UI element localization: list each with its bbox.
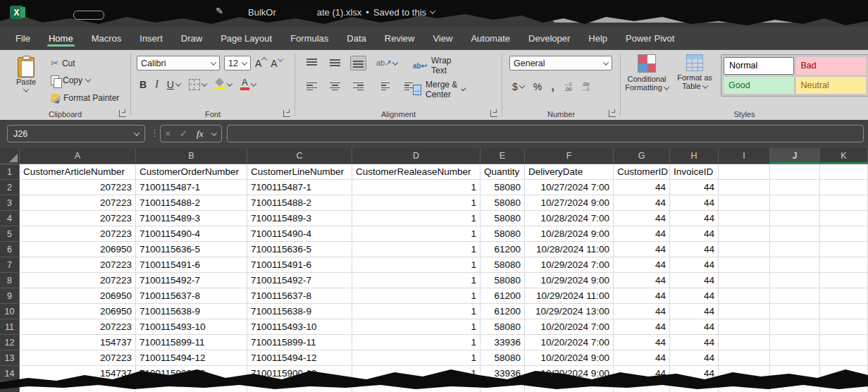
cell-A2[interactable]: 207223 — [20, 180, 136, 195]
cell-C12[interactable]: 7100115899-11 — [247, 335, 352, 350]
cell-J14[interactable] — [770, 366, 820, 381]
select-all-corner[interactable] — [0, 148, 20, 164]
column-header-A[interactable]: A — [20, 148, 136, 164]
cell-G2[interactable]: 44 — [614, 180, 670, 195]
cell-H5[interactable]: 44 — [670, 226, 719, 242]
cell-B11[interactable]: 7100115493-10 — [136, 319, 247, 335]
alignment-dialog-launcher-icon[interactable] — [490, 110, 497, 117]
cell-D3[interactable]: 1 — [352, 195, 480, 211]
cell-J7[interactable] — [770, 257, 820, 273]
cell-A7[interactable]: 207223 — [20, 257, 136, 273]
column-header-J[interactable]: J — [770, 148, 820, 164]
cell-B2[interactable]: 7100115487-1 — [136, 180, 247, 195]
column-header-E[interactable]: E — [480, 148, 525, 164]
cell-G12[interactable]: 44 — [614, 335, 670, 350]
cell-A[interactable] — [20, 381, 136, 392]
font-name-select[interactable]: Calibri — [137, 56, 220, 71]
cell-D14[interactable]: 1 — [352, 366, 480, 381]
cell-G[interactable] — [614, 381, 670, 392]
column-header-B[interactable]: B — [136, 148, 247, 164]
cell-H2[interactable]: 44 — [670, 180, 719, 195]
cell-H1[interactable]: InvoiceID — [670, 164, 719, 180]
cell-K8[interactable] — [820, 273, 868, 288]
cell-C7[interactable]: 7100115491-6 — [247, 257, 352, 273]
formula-input[interactable] — [227, 125, 864, 142]
cell-D2[interactable]: 1 — [352, 180, 480, 195]
cell-E3[interactable]: 58080 — [480, 195, 525, 211]
row-header-3[interactable]: 3 — [0, 195, 20, 211]
tab-formulas[interactable]: Formulas — [289, 28, 330, 49]
cell-J2[interactable] — [770, 180, 820, 195]
enter-icon[interactable]: ✓ — [180, 128, 187, 139]
cell-F12[interactable]: 10/20/2024 7:00 — [525, 335, 614, 350]
row-header-11[interactable]: 11 — [0, 319, 20, 335]
cell-C10[interactable]: 7100115638-9 — [247, 304, 352, 319]
cell-H7[interactable]: 44 — [670, 257, 719, 273]
top-align-button[interactable] — [304, 56, 320, 71]
cell-H[interactable] — [670, 381, 719, 392]
middle-align-button[interactable] — [327, 56, 343, 71]
cell-E9[interactable]: 61200 — [480, 288, 525, 304]
cell-I9[interactable] — [719, 288, 770, 304]
cell-J12[interactable] — [770, 335, 820, 350]
tab-review[interactable]: Review — [383, 28, 416, 49]
cell-B9[interactable]: 7100115637-8 — [136, 288, 247, 304]
cell-I14[interactable] — [719, 366, 770, 381]
cell-J10[interactable] — [770, 304, 820, 319]
cell-D13[interactable]: 1 — [352, 350, 480, 366]
font-size-select[interactable]: 12 — [224, 56, 251, 71]
row-header-5[interactable]: 5 — [0, 226, 20, 242]
bold-button[interactable]: B — [140, 79, 147, 90]
cell-G14[interactable]: 44 — [614, 366, 670, 381]
cell-D9[interactable]: 1 — [352, 288, 480, 304]
cell-K14[interactable] — [820, 366, 868, 381]
column-header-K[interactable]: K — [820, 148, 868, 164]
tab-developer[interactable]: Developer — [527, 28, 571, 49]
decrease-indent-button[interactable] — [376, 80, 392, 94]
cell-D7[interactable]: 1 — [352, 257, 480, 273]
cell-G8[interactable]: 44 — [614, 273, 670, 288]
style-bad[interactable]: Bad — [796, 57, 867, 75]
cell-G13[interactable]: 44 — [614, 350, 670, 366]
cell-C3[interactable]: 7100115488-2 — [247, 195, 352, 211]
cell-D8[interactable]: 1 — [352, 273, 480, 288]
cell-J4[interactable] — [770, 211, 820, 226]
cell-I1[interactable] — [719, 164, 770, 180]
cell-K10[interactable] — [820, 304, 868, 319]
conditional-formatting-button[interactable]: Conditional Formatting — [625, 54, 669, 92]
cell-I10[interactable] — [719, 304, 770, 319]
cell-E12[interactable]: 33936 — [480, 335, 525, 350]
cell-K11[interactable] — [820, 319, 868, 335]
row-header-2[interactable]: 2 — [0, 180, 20, 195]
cell-H8[interactable]: 44 — [670, 273, 719, 288]
merge-center-button[interactable]: ↔ Merge & Center — [413, 80, 465, 99]
cell-C2[interactable]: 7100115487-1 — [247, 180, 352, 195]
document-title[interactable]: BulkOr ate (1).xlsx • Saved to this — [248, 6, 435, 18]
cell-A9[interactable]: 206950 — [20, 288, 136, 304]
cell-C9[interactable]: 7100115637-8 — [247, 288, 352, 304]
format-as-table-button[interactable]: Format as Table — [673, 54, 717, 90]
row-header-13[interactable]: 13 — [0, 350, 20, 366]
cell-I5[interactable] — [719, 226, 770, 242]
tab-home[interactable]: Home — [47, 28, 75, 49]
name-box[interactable]: J26 — [7, 125, 145, 142]
grow-font-button[interactable]: A — [255, 58, 266, 69]
cell-I12[interactable] — [719, 335, 770, 350]
cell-K3[interactable] — [820, 195, 868, 211]
cell-F9[interactable]: 10/29/2024 11:00 — [525, 288, 614, 304]
cell-J3[interactable] — [770, 195, 820, 211]
percent-style-button[interactable]: % — [533, 81, 542, 92]
cell-F13[interactable]: 10/20/2024 9:00 — [525, 350, 614, 366]
tab-automate[interactable]: Automate — [469, 28, 512, 49]
decrease-decimal-button[interactable]: .00→0 — [581, 82, 590, 92]
cell-E4[interactable]: 58080 — [480, 211, 525, 226]
row-header-10[interactable]: 10 — [0, 304, 20, 319]
cell-C5[interactable]: 7100115490-4 — [247, 226, 352, 242]
orientation-button[interactable]: ab↗ — [376, 59, 397, 68]
tab-data[interactable]: Data — [345, 28, 367, 49]
cell-D5[interactable]: 1 — [352, 226, 480, 242]
cell-H12[interactable]: 44 — [670, 335, 719, 350]
cell-E13[interactable]: 58080 — [480, 350, 525, 366]
cell-E6[interactable]: 61200 — [480, 242, 525, 257]
cell-A8[interactable]: 207223 — [20, 273, 136, 288]
